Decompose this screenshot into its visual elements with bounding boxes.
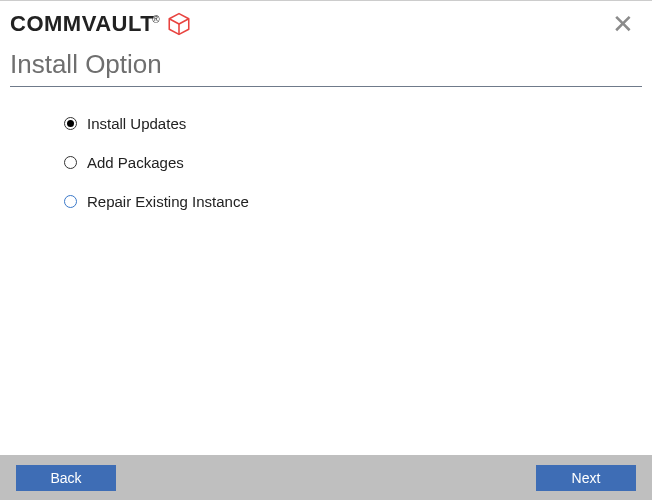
option-add-packages[interactable]: Add Packages — [64, 154, 652, 171]
close-icon[interactable]: ✕ — [606, 9, 640, 39]
brand-text: COMMVAULT® — [10, 11, 160, 37]
dialog-footer: Back Next — [0, 455, 652, 500]
next-button[interactable]: Next — [536, 465, 636, 491]
option-label: Install Updates — [87, 115, 186, 132]
back-button[interactable]: Back — [16, 465, 116, 491]
option-label: Add Packages — [87, 154, 184, 171]
page-title: Install Option — [0, 43, 652, 86]
dialog-header: COMMVAULT® ✕ — [0, 1, 652, 43]
radio-icon — [64, 156, 77, 169]
radio-icon — [64, 117, 77, 130]
option-label: Repair Existing Instance — [87, 193, 249, 210]
registered-mark: ® — [152, 14, 160, 25]
cube-icon — [166, 11, 192, 37]
option-install-updates[interactable]: Install Updates — [64, 115, 652, 132]
radio-icon — [64, 195, 77, 208]
brand: COMMVAULT® — [10, 11, 192, 37]
option-repair-existing-instance[interactable]: Repair Existing Instance — [64, 193, 652, 210]
brand-name: COMMVAULT — [10, 11, 154, 36]
install-options: Install Updates Add Packages Repair Exis… — [0, 87, 652, 210]
